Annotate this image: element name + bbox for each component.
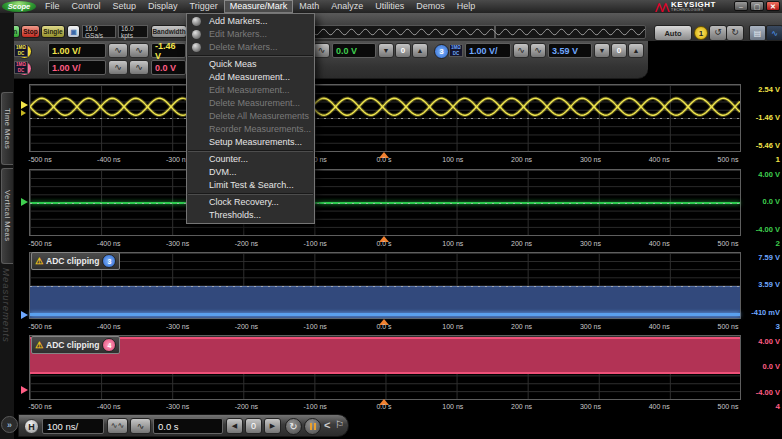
time-tick-label: -100 ns — [304, 403, 327, 410]
menubar-item-file[interactable]: File — [39, 0, 66, 13]
undo-icon[interactable]: ↺ — [709, 25, 727, 41]
channel-4-scale-field[interactable]: 1.00 V/ — [48, 60, 106, 75]
ch4-adc-clipping-warning[interactable]: ⚠ ADC clipping 4 — [31, 336, 120, 354]
menubar-item-math[interactable]: Math — [293, 0, 325, 13]
time-tick-label: 400 ns — [649, 403, 670, 410]
timebase-zoom-out-icon[interactable]: ∿∿ — [107, 418, 128, 434]
channel-row-1: 1 1MΩDC 1.00 V/ ∿ ∿ -1.46 V ∿ 0.0 V ▼ 0 … — [14, 43, 648, 59]
channel-3-coupling-badge[interactable]: 1MΩDC — [449, 44, 463, 57]
bandwidth-button[interactable]: Bandwidth — [151, 25, 187, 38]
time-tick-label: -200 ns — [235, 403, 258, 410]
channel-2-offset-field[interactable]: 0.0 V — [332, 43, 376, 58]
menu-item-counter[interactable]: Counter... — [187, 153, 314, 166]
channel-row-2: 4 1MΩDC 1.00 V/ ∿ ∿ 0.0 V — [14, 60, 648, 76]
menubar-item-measure-mark[interactable]: Measure/Mark — [224, 0, 294, 13]
timebase-field[interactable]: 100 ns/ — [42, 418, 104, 434]
channel-4-coupling-badge[interactable]: 1MΩDC — [14, 61, 28, 74]
menu-separator — [188, 150, 313, 152]
time-tick-label: -300 ns — [166, 403, 189, 410]
menu-item-thresholds[interactable]: Thresholds... — [187, 209, 314, 222]
delay-field[interactable]: 0.0 s — [153, 418, 223, 434]
channel-4-scale-up-icon[interactable]: ∿ — [129, 60, 149, 75]
channel-3-offset-up-icon[interactable]: ▲ — [628, 43, 644, 58]
maximize-icon[interactable]: ▢ — [750, 1, 764, 11]
channel-3-offset-field[interactable]: 3.59 V — [548, 43, 592, 58]
menubar-item-trigger[interactable]: Trigger — [184, 0, 224, 13]
ch3-ground-marker[interactable] — [21, 311, 28, 319]
menu-item-reorder-measurements: Reorder Measurements... — [187, 123, 314, 136]
channel-3-badge[interactable]: 3 — [434, 44, 449, 59]
scope-logo[interactable]: Scope — [2, 1, 36, 12]
minimize-icon[interactable]: – — [734, 1, 748, 11]
time-tick-label: -400 ns — [97, 240, 120, 247]
delay-right-icon[interactable]: ▶ — [264, 418, 281, 434]
tab-vertical-meas[interactable]: Vertical Meas — [1, 168, 13, 264]
menubar-item-display[interactable]: Display — [142, 0, 184, 13]
collapse-chevron-icon[interactable]: < — [324, 419, 330, 431]
channel-4-offset-field[interactable]: 0.0 V — [151, 60, 186, 75]
menu-item-quick-meas[interactable]: Quick Meas — [187, 58, 314, 71]
menu-item-limit-test-search[interactable]: Limit Test & Search... — [187, 179, 314, 192]
time-tick-label: 300 ns — [580, 240, 601, 247]
time-tick-label: 0.0 s — [376, 240, 391, 247]
sample-rate-field: 16.0 GSa/s — [82, 25, 116, 38]
menu-item-dvm[interactable]: DVM... — [187, 166, 314, 179]
touch-screen-icon[interactable]: ▣ — [67, 25, 80, 38]
menubar-item-help[interactable]: Help — [451, 0, 482, 13]
channel-2-offset-down-icon[interactable]: ▼ — [378, 43, 394, 58]
time-axis-ch1: -500 ns-400 ns-300 ns-200 ns-100 ns0.0 s… — [29, 153, 741, 166]
channel-3-scale-down-icon[interactable]: ∿ — [513, 43, 529, 58]
replay-icon[interactable]: ↻ — [285, 418, 302, 435]
display-icon[interactable]: ▤ — [749, 25, 766, 41]
ch1-ground-marker[interactable] — [21, 101, 28, 109]
menubar-item-control[interactable]: Control — [66, 0, 107, 13]
channel-3-scale-field[interactable]: 1.00 V/ — [465, 43, 511, 58]
bookmark-flag-icon[interactable]: ⚐ — [335, 419, 344, 430]
channel-3-scale-up-icon[interactable]: ∿ — [530, 43, 546, 58]
menu-item-add-markers[interactable]: Add Markers... — [187, 15, 314, 28]
menubar-item-analyze[interactable]: Analyze — [325, 0, 369, 13]
channel-1-scale-field[interactable]: 1.00 V/ — [48, 43, 106, 58]
channel-2-scale-up-icon[interactable]: ∿ — [313, 43, 330, 58]
menubar-item-setup[interactable]: Setup — [107, 0, 143, 13]
delay-zero-button[interactable]: 0 — [245, 418, 262, 434]
channel-1-scale-down-icon[interactable]: ∿ — [108, 43, 128, 58]
menu-item-clock-recovery[interactable]: Clock Recovery... — [187, 196, 314, 209]
channel-2-offset-zero-button[interactable]: 0 — [395, 43, 411, 58]
menu-items: FileControlSetupDisplayTriggerMeasure/Ma… — [39, 0, 481, 13]
signal-analyzer-icon[interactable]: ∿ — [766, 25, 782, 41]
close-icon[interactable]: ✕ — [766, 1, 780, 11]
menu-item-edit-measurement: Edit Measurement... — [187, 84, 314, 97]
menu-item-setup-measurements[interactable]: Setup Measurements... — [187, 136, 314, 149]
single-button[interactable]: Single — [41, 25, 65, 38]
time-tick-label: 500 ns — [717, 240, 738, 247]
menu-item-add-measurement[interactable]: Add Measurement... — [187, 71, 314, 84]
trigger-source-badge[interactable]: 1 — [694, 26, 708, 40]
ch2-ground-marker[interactable] — [21, 198, 28, 206]
channel-1-coupling-badge[interactable]: 1MΩDC — [14, 44, 28, 57]
time-tick-label: 300 ns — [580, 403, 601, 410]
ch4-ground-marker[interactable] — [21, 386, 28, 394]
channel-3-offset-zero-button[interactable]: 0 — [611, 43, 627, 58]
panel-expander-button[interactable]: » — [1, 416, 18, 433]
pause-icon[interactable] — [304, 418, 321, 435]
horizontal-badge[interactable]: H — [24, 419, 39, 434]
redo-icon[interactable]: ↻ — [726, 25, 744, 41]
timebase-zoom-in-icon[interactable]: ∿ — [130, 418, 151, 434]
channel-1-scale-up-icon[interactable]: ∿ — [129, 43, 149, 58]
ch3-adc-clipping-warning[interactable]: ⚠ ADC clipping 3 — [31, 252, 120, 270]
stop-button[interactable]: Stop — [21, 25, 40, 38]
left-sidebar: Time Meas Vertical Meas Measurements — [0, 13, 14, 439]
menubar-item-demos[interactable]: Demos — [410, 0, 451, 13]
time-axis-ch4: -500 ns-400 ns-300 ns-200 ns-100 ns0.0 s… — [29, 400, 741, 413]
auto-trigger-button[interactable]: Auto — [654, 25, 692, 41]
tab-time-meas[interactable]: Time Meas — [1, 92, 13, 165]
time-tick-label: -200 ns — [235, 240, 258, 247]
channel-3-offset-down-icon[interactable]: ▼ — [594, 43, 610, 58]
channel-2-offset-up-icon[interactable]: ▲ — [412, 43, 428, 58]
channel-1-offset-field[interactable]: -1.46 V — [151, 43, 186, 58]
ch1-trigger-level-marker[interactable] — [21, 110, 26, 116]
delay-left-icon[interactable]: ◀ — [226, 418, 243, 434]
menubar-item-utilities[interactable]: Utilities — [369, 0, 410, 13]
channel-4-scale-down-icon[interactable]: ∿ — [108, 60, 128, 75]
